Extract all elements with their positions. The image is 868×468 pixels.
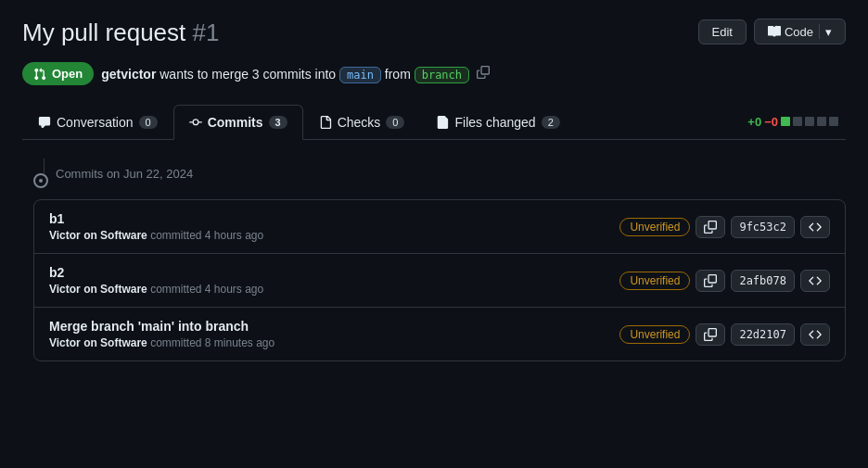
head-branch-pill[interactable]: branch [415,67,469,83]
tab-checks-label: Checks [338,115,381,130]
tab-checks-count: 0 [386,116,404,129]
commit-author-0: Victor on Software committed 4 hours ago [49,229,608,242]
commit-message-1: b2 [49,265,608,280]
view-commit-2[interactable]: 22d2107 [731,323,795,346]
diff-additions: +0 [747,115,761,129]
commit-actions-1: Unverified 2afb078 [619,270,830,292]
commit-message-0: b1 [49,211,608,226]
browse-commit-0[interactable] [800,216,830,238]
code-arrow-icon: ▾ [825,25,832,39]
commit-author-name-1: Victor on Software [49,283,147,296]
pr-meta: getvictor wants to merge 3 commits into … [101,67,469,82]
pr-number: #1 [193,19,220,46]
commit-message-2: Merge branch 'main' into branch [49,319,608,334]
header-buttons: Edit Code ▾ [698,19,846,44]
diff-block-1 [781,117,790,126]
commits-date-label: Commits on Jun 22, 2024 [56,167,193,181]
view-commit-1[interactable]: 2afb078 [731,270,795,292]
view-commit-0[interactable]: 9fc53c2 [731,216,795,238]
pr-status-bar: Open getvictor wants to merge 3 commits … [22,62,846,85]
copy-icon [704,221,717,234]
diff-block-4 [817,117,826,126]
edit-button[interactable]: Edit [698,19,747,44]
commit-author-2: Victor on Software committed 8 minutes a… [49,336,608,349]
diff-stats: +0 −0 [740,115,846,129]
pr-description: wants to merge 3 commits into [160,67,336,82]
commits-date-header: Commits on Jun 22, 2024 [33,158,846,188]
diff-block-5 [829,117,838,126]
svg-point-0 [39,179,43,183]
copy-icon [704,274,717,287]
browse-icon-1 [809,274,822,287]
diff-block-3 [805,117,814,126]
code-angle-icon [768,25,781,38]
tab-files-changed[interactable]: Files changed 2 [420,105,575,140]
commit-author-name-2: Victor on Software [49,336,147,349]
files-changed-icon [436,116,449,129]
open-badge: Open [22,62,94,85]
commits-icon [189,116,202,129]
pr-header: My pull request #1 Edit Code ▾ [22,19,846,47]
commit-line-top [44,158,45,173]
browse-icon-0 [809,221,822,234]
commit-actions-2: Unverified 22d2107 [619,323,830,346]
commit-info-0: b1 Victor on Software committed 4 hours … [49,211,608,242]
diff-deletions: −0 [764,115,778,129]
commit-sha-1: 2afb078 [739,274,786,287]
conversation-icon [38,116,51,129]
tab-conversation-count: 0 [139,116,158,129]
commits-section: Commits on Jun 22, 2024 b1 Victor on Sof… [22,158,846,361]
code-button[interactable]: Code ▾ [754,19,846,44]
unverified-badge-1[interactable]: Unverified [619,272,690,290]
commit-info-2: Merge branch 'main' into branch Victor o… [49,319,608,349]
tab-commits-count: 3 [269,116,287,129]
commit-time-1: committed 4 hours ago [150,283,263,296]
tab-commits[interactable]: Commits 3 [173,105,303,140]
table-row: b2 Victor on Software committed 4 hours … [34,254,845,308]
browse-icon-2 [809,328,822,341]
base-branch-pill[interactable]: main [339,67,381,83]
commit-author-name-0: Victor on Software [49,229,147,242]
pr-title: My pull request #1 [22,19,219,47]
commit-author-1: Victor on Software committed 4 hours ago [49,283,608,296]
tab-files-changed-count: 2 [542,116,560,129]
commits-date-icon [33,173,48,188]
pr-from-text: from [385,67,411,82]
unverified-badge-0[interactable]: Unverified [619,218,690,236]
commit-time-2: committed 8 minutes ago [150,336,274,349]
table-row: b1 Victor on Software committed 4 hours … [34,200,845,254]
tab-conversation-label: Conversation [57,115,134,130]
commit-time-0: committed 4 hours ago [150,229,263,242]
copy-commit-2[interactable] [696,323,725,346]
tab-commits-label: Commits [208,115,263,130]
copy-commit-1[interactable] [696,270,725,292]
git-pull-request-icon [33,68,46,81]
copy-branch-icon[interactable] [477,66,490,82]
tab-conversation[interactable]: Conversation 0 [22,105,173,140]
commit-actions-0: Unverified 9fc53c2 [619,216,830,238]
copy-icon [704,328,717,341]
commit-sha-0: 9fc53c2 [739,221,786,234]
code-label: Code [785,25,813,39]
tab-checks[interactable]: Checks 0 [303,105,421,140]
browse-commit-1[interactable] [800,270,830,292]
pr-username: getvictor [101,67,156,82]
commits-list: b1 Victor on Software committed 4 hours … [33,199,846,361]
copy-commit-0[interactable] [696,216,725,238]
browse-commit-2[interactable] [800,323,830,346]
table-row: Merge branch 'main' into branch Victor o… [34,308,845,360]
checks-icon [319,116,332,129]
commit-sha-2: 22d2107 [739,328,786,341]
diff-block-2 [793,117,802,126]
code-btn-divider [819,24,820,39]
commit-info-1: b2 Victor on Software committed 4 hours … [49,265,608,296]
tabs-bar: Conversation 0 Commits 3 Checks 0 Files … [22,104,846,140]
unverified-badge-2[interactable]: Unverified [619,325,690,344]
pr-title-text: My pull request [22,19,185,46]
tab-files-changed-label: Files changed [454,115,535,130]
